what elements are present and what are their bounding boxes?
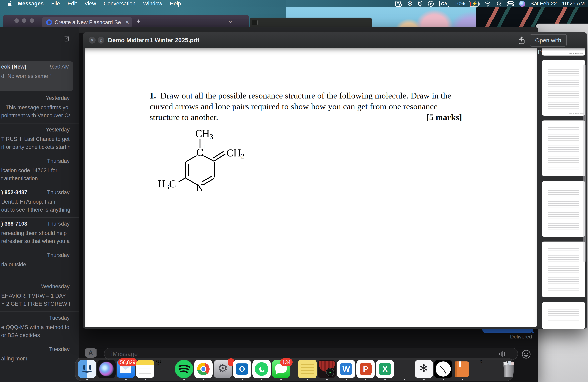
conversation-row[interactable]: YesterdayT RUSH: Last Chance to getrf or…	[0, 123, 79, 155]
dock-icon-mail[interactable]: 56,829	[117, 360, 135, 378]
dock-icon-siri[interactable]	[97, 360, 116, 378]
wifi-icon[interactable]	[484, 1, 491, 7]
conversation-timestamp: Thursday	[47, 221, 70, 227]
dock-separator	[476, 361, 476, 377]
play-circle-icon[interactable]	[428, 0, 434, 7]
spotlight-search-icon[interactable]	[496, 1, 502, 7]
conversation-row[interactable]: ) 388-7103Thursdayrereading them should …	[0, 217, 79, 249]
running-indicator-dot	[423, 379, 425, 381]
dock-icon-books[interactable]	[453, 360, 472, 378]
audio-waveform-icon[interactable]	[498, 350, 508, 358]
dock-icon-beach-photos[interactable]	[395, 360, 414, 378]
conversation-preview: ication code 147621 fort authentication.	[1, 166, 70, 182]
menu-item-help[interactable]: Help	[166, 0, 185, 7]
menu-item-window[interactable]: Window	[139, 0, 166, 7]
dock-icon-chatgpt[interactable]: ✻	[415, 360, 433, 378]
text-recognition-icon[interactable]	[395, 1, 402, 7]
browser-tab[interactable]: Create a New Flashcard Set | ✕	[42, 17, 132, 28]
menu-item-view[interactable]: View	[81, 0, 100, 7]
dock-icon-powerpoint[interactable]: P	[357, 360, 375, 378]
marks-label: [5 marks]	[426, 112, 462, 123]
dock-icon-settings[interactable]: ⚙1	[214, 360, 232, 378]
browser-window: Create a New Flashcard Set | ✕ + ⌄	[3, 15, 249, 28]
traffic-light-minimize[interactable]	[22, 18, 26, 23]
conversation-row[interactable]: eck (New)9:50 AMd “No worries same ”	[0, 60, 79, 92]
input-source-badge[interactable]: CA	[439, 0, 449, 7]
battery-icon[interactable]: ⚡	[467, 1, 479, 7]
conversation-row[interactable]: Thursdayication code 147621 fort authent…	[0, 155, 79, 186]
conversation-row[interactable]: Thursdayria outside	[0, 249, 79, 280]
dock-icon-minimized-window[interactable]: X	[480, 360, 498, 378]
conversation-name: ) 388-7103	[1, 221, 27, 227]
menu-item-conversation[interactable]: Conversation	[100, 0, 139, 7]
running-indicator-dot	[145, 379, 146, 381]
dock-icon-whatsapp[interactable]	[252, 360, 271, 378]
dock-icon-finder[interactable]	[78, 360, 96, 378]
markup-icon[interactable]: ⊘	[98, 37, 105, 43]
traffic-light-close[interactable]	[14, 18, 19, 23]
dock-icon-imessage[interactable]: 134	[272, 360, 290, 378]
pdf-page-thumbnail[interactable]: CHEM 213 MIDTERM 2020 2	[542, 60, 585, 116]
dock-separator	[294, 361, 294, 377]
conversation-preview: d “No worries same ”	[1, 72, 70, 80]
dock-icon-chrome[interactable]	[194, 360, 213, 378]
apple-menu-icon[interactable]	[6, 1, 14, 7]
app-store-apps-button[interactable]: A	[85, 348, 96, 358]
emoji-picker-icon[interactable]	[522, 350, 531, 359]
menu-bar-clock[interactable]: 10:25 AM	[562, 0, 585, 7]
dock-icon-spotify[interactable]	[175, 360, 193, 378]
background-window-sliver	[250, 18, 372, 28]
new-tab-button[interactable]: +	[136, 17, 141, 26]
dock-icon-trash[interactable]	[499, 360, 518, 378]
running-indicator-dot	[261, 379, 262, 381]
conversation-row[interactable]: ) 852-8487ThursdayDental: Hi Anoop, I am…	[0, 186, 79, 218]
traffic-light-zoom[interactable]	[30, 18, 34, 23]
conversation-row[interactable]: Yesterday– This message confirms yourpoi…	[0, 92, 79, 123]
pdf-page-thumbnail[interactable]	[542, 242, 585, 297]
conversation-sidebar: eck (New)9:50 AMd “No worries same ”Yest…	[0, 27, 79, 382]
dock-icon-notes[interactable]	[136, 360, 154, 378]
pdf-page-thumbnail[interactable]	[542, 120, 585, 176]
conversation-row[interactable]: Tuesdaye QQQ-MS with a method foror BSA …	[0, 311, 79, 343]
menu-item-file[interactable]: File	[47, 0, 64, 7]
input-placeholder: iMessage	[111, 350, 138, 358]
close-icon[interactable]: ✕	[89, 37, 96, 43]
dock-icon-theatre[interactable]	[318, 360, 336, 378]
chatgpt-menu-icon[interactable]: ✻	[407, 0, 413, 8]
window-control-icon	[252, 20, 258, 25]
tab-close-icon[interactable]: ✕	[125, 19, 129, 25]
menu-bar-date[interactable]: Sat Feb 22	[530, 0, 557, 7]
share-icon[interactable]	[518, 36, 525, 44]
conversation-row[interactable]: WednesdayEHAVIOR: TMRW – 1 DAYY 2 GET 1 …	[0, 280, 79, 312]
thumbnail-scrollbar[interactable]	[583, 64, 586, 262]
pdf-page-thumbnail[interactable]: CHEM 213 MIDTERM 2020 1	[542, 48, 585, 56]
chevron-down-icon[interactable]: ⌄	[228, 17, 233, 24]
menu-item-messages[interactable]: Messages	[14, 0, 47, 7]
question-number: 1.	[150, 91, 156, 100]
methyl-left-label: H3C	[158, 178, 176, 191]
conversation-row[interactable]: Tuesdayalling mom	[0, 343, 79, 374]
compose-icon[interactable]	[63, 36, 70, 42]
dock-icon-outlook[interactable]: O	[233, 360, 252, 378]
pdf-page-thumbnail[interactable]	[542, 181, 585, 237]
dock-icon-stickies[interactable]	[298, 360, 316, 378]
running-indicator-dot	[462, 379, 463, 381]
pdf-page-thumbnail[interactable]	[542, 302, 585, 329]
conversation-preview: rereading them should helprefresher so t…	[1, 229, 70, 245]
dock-icon-calendar[interactable]: FEB22	[155, 360, 174, 378]
dock-icon-excel[interactable]: X	[376, 360, 394, 378]
dock-icon-word[interactable]: W	[337, 360, 356, 378]
conversation-preview: EHAVIOR: TMRW – 1 DAYY 2 GET 1 FREE STOR…	[1, 292, 70, 308]
dock-icon-clock[interactable]	[434, 360, 452, 378]
notification-badge: 56,829	[118, 358, 137, 366]
conversation-timestamp: Yesterday	[46, 95, 70, 101]
control-center-icon[interactable]	[507, 1, 514, 6]
remote-icon[interactable]	[418, 0, 422, 7]
menu-item-edit[interactable]: Edit	[64, 0, 81, 7]
running-indicator-dot	[346, 379, 347, 381]
methylene-label: CH2	[226, 147, 244, 160]
pdf-page: 1. Draw out all the possible resonance s…	[84, 48, 537, 327]
open-with-preview-button[interactable]: Open with Preview	[530, 34, 567, 47]
siri-icon[interactable]	[519, 1, 525, 7]
quicklook-overlay: ✕ ⊘ Demo Midterm1 Winter 2025.pdf Open w…	[83, 32, 587, 329]
